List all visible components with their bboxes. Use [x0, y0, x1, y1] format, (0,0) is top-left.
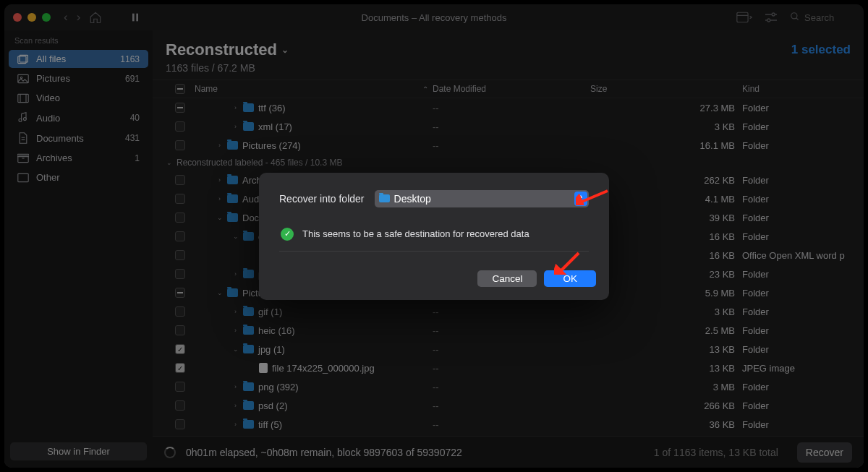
folder-select[interactable]: Desktop ▲▼ [375, 190, 589, 207]
folder-value: Desktop [394, 193, 431, 205]
app-window: ‹ › Documents – All recovery methods [4, 4, 864, 468]
divider [279, 251, 589, 252]
safe-destination-text: This seems to be a safe destination for … [302, 228, 529, 239]
dialog-label: Recover into folder [279, 193, 365, 205]
folder-icon [379, 194, 390, 202]
svg-line-26 [560, 253, 579, 272]
checkmark-icon: ✓ [281, 228, 294, 241]
modal-overlay: Recover into folder Desktop ▲▼ ✓ This se… [4, 4, 864, 468]
annotation-arrow-2 [554, 250, 583, 275]
svg-line-25 [580, 191, 608, 202]
recover-dialog: Recover into folder Desktop ▲▼ ✓ This se… [259, 173, 609, 300]
cancel-button[interactable]: Cancel [477, 270, 537, 287]
annotation-arrow-1 [576, 188, 609, 205]
